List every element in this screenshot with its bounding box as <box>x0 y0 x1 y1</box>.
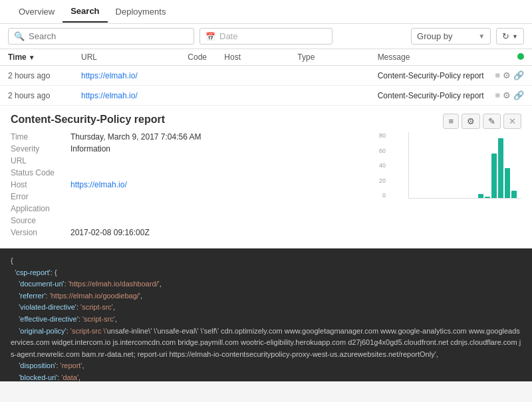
group-by-box[interactable]: Group by ▼ <box>411 28 491 45</box>
group-by-select[interactable] <box>457 31 479 41</box>
cell-time: 2 hours ago <box>8 71 81 80</box>
field-source-label: Source <box>11 216 70 225</box>
cell-time: 2 hours ago <box>8 91 81 100</box>
field-version: Version 2017-02-08 09:16:00Z <box>11 228 378 237</box>
field-host-label: Host <box>11 180 70 189</box>
menu-action-icon[interactable]: ≡ <box>495 70 500 80</box>
field-source: Source <box>11 216 378 225</box>
date-box[interactable]: 📅 Date <box>200 28 332 45</box>
cell-actions: ≡ ⚙ 🔗 <box>484 70 524 80</box>
link-action-icon[interactable]: 🔗 <box>513 70 524 80</box>
chart-y-label: 20 <box>370 177 386 184</box>
settings-action-icon[interactable]: ⚙ <box>503 90 511 100</box>
field-version-label: Version <box>11 228 70 237</box>
field-url-label: URL <box>11 156 70 165</box>
chart-y-label: 80 <box>370 132 386 139</box>
col-header-code[interactable]: Code <box>188 52 224 62</box>
sort-arrow-icon: ▼ <box>29 54 35 61</box>
nav-deployments[interactable]: Deployments <box>108 1 174 22</box>
detail-toolbar: ≡ ⚙ ✎ ✕ <box>443 114 521 129</box>
url-link[interactable]: https://elmah.io/ <box>81 71 138 80</box>
url-link[interactable]: https://elmah.io/ <box>81 91 138 100</box>
refresh-dropdown-icon: ▼ <box>512 33 518 40</box>
field-error: Error <box>11 192 378 201</box>
top-nav: Overview Search Deployments <box>0 0 532 24</box>
chart-bar <box>511 191 517 198</box>
col-header-url[interactable]: URL <box>81 52 188 62</box>
col-header-message[interactable]: Message <box>378 52 484 62</box>
field-error-label: Error <box>11 192 70 201</box>
nav-search[interactable]: Search <box>63 1 107 23</box>
detail-close-button[interactable]: ✕ <box>503 114 521 129</box>
table-header: Time ▼ URL Code Host Type Message <box>0 49 532 66</box>
calendar-icon: 📅 <box>205 32 215 41</box>
col-header-host[interactable]: Host <box>224 52 297 62</box>
search-icon: 🔍 <box>14 31 25 41</box>
chart-bar <box>478 194 483 198</box>
detail-edit-button[interactable]: ✎ <box>483 114 501 129</box>
date-label: Date <box>219 31 237 41</box>
field-status-code: Status Code <box>11 168 378 177</box>
field-application: Application <box>11 204 378 213</box>
col-header-actions <box>484 52 524 62</box>
toolbar: 🔍 📅 Date Group by ▼ ↻ ▼ <box>0 24 532 49</box>
detail-fields: Time Thursday, March 9, 2017 7:04:56 AM … <box>11 132 378 240</box>
field-status-label: Status Code <box>11 168 70 177</box>
chart-y-label: 0 <box>370 192 386 199</box>
field-version-value: 2017-02-08 09:16:00Z <box>70 228 150 237</box>
table-row[interactable]: 2 hours ago https://elmah.io/ Content-Se… <box>0 66 532 86</box>
group-by-label: Group by <box>417 31 452 41</box>
col-header-time[interactable]: Time ▼ <box>8 52 81 62</box>
chart-bar <box>491 153 497 199</box>
json-panel: { 'csp-report': { 'document-uri': 'https… <box>0 249 532 381</box>
detail-panel: Content-Security-Policy report ≡ ⚙ ✎ ✕ T… <box>0 106 532 249</box>
chart-bar <box>505 168 510 198</box>
search-input[interactable] <box>29 31 188 41</box>
detail-chart: 806040200 <box>388 132 521 240</box>
menu-action-icon[interactable]: ≡ <box>495 90 500 100</box>
refresh-icon: ↻ <box>502 31 509 41</box>
settings-action-icon[interactable]: ⚙ <box>503 70 511 80</box>
chart-y-label: 60 <box>370 148 386 154</box>
chart-y-labels: 806040200 <box>370 132 386 199</box>
host-link[interactable]: https://elmah.io/ <box>70 180 127 189</box>
cell-url[interactable]: https://elmah.io/ <box>81 91 188 100</box>
chart-bar <box>498 138 503 198</box>
json-content: { 'csp-report': { 'document-uri': 'https… <box>11 255 521 381</box>
detail-content: Time Thursday, March 9, 2017 7:04:56 AM … <box>11 132 521 240</box>
col-header-type[interactable]: Type <box>297 52 377 62</box>
field-severity: Severity Information <box>11 144 378 153</box>
field-host: Host https://elmah.io/ <box>11 180 378 189</box>
detail-menu-button[interactable]: ≡ <box>443 114 459 129</box>
field-host-value[interactable]: https://elmah.io/ <box>70 180 127 189</box>
refresh-button[interactable]: ↻ ▼ <box>496 28 524 45</box>
field-time: Time Thursday, March 9, 2017 7:04:56 AM <box>11 132 378 142</box>
chart-bar <box>485 197 490 198</box>
status-indicator <box>517 53 524 60</box>
field-severity-value: Information <box>70 144 110 153</box>
chevron-down-icon: ▼ <box>478 33 485 40</box>
field-url: URL <box>11 156 378 165</box>
chart-y-label: 40 <box>370 162 386 169</box>
field-time-value: Thursday, March 9, 2017 7:04:56 AM <box>70 132 201 142</box>
link-action-icon[interactable]: 🔗 <box>513 90 524 100</box>
cell-message: Content-Security-Policy report <box>378 91 484 100</box>
cell-actions: ≡ ⚙ 🔗 <box>484 90 524 100</box>
cell-url[interactable]: https://elmah.io/ <box>81 71 188 80</box>
search-box[interactable]: 🔍 <box>8 28 194 45</box>
field-severity-label: Severity <box>11 144 70 153</box>
detail-settings-button[interactable]: ⚙ <box>462 114 480 129</box>
table-row[interactable]: 2 hours ago https://elmah.io/ Content-Se… <box>0 86 532 106</box>
chart-area <box>408 132 521 199</box>
cell-message: Content-Security-Policy report <box>378 71 484 80</box>
field-application-label: Application <box>11 204 70 213</box>
field-time-label: Time <box>11 132 70 142</box>
nav-overview[interactable]: Overview <box>11 1 63 22</box>
